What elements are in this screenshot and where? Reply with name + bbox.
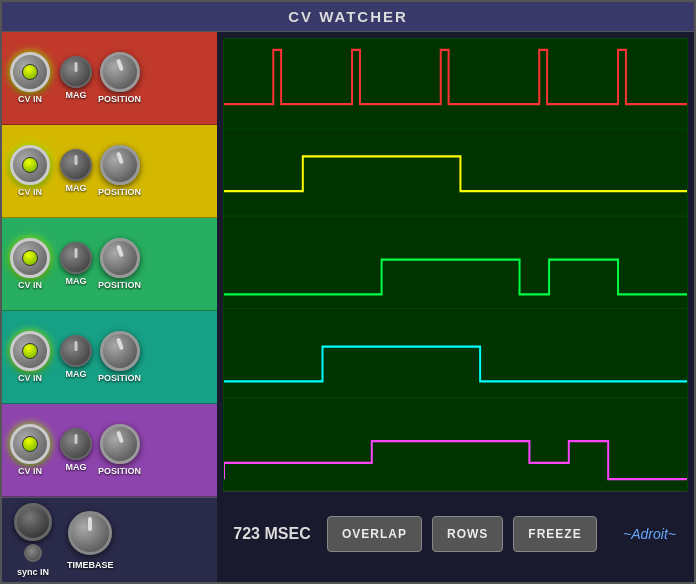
channel-1-led (22, 64, 38, 80)
ch5-waveform (224, 441, 687, 479)
channel-3-pos-knob[interactable] (100, 238, 140, 278)
channel-2-led (22, 157, 38, 173)
channel-3-pos-section: POSITION (98, 238, 141, 290)
channel-1-mag-section: MAG (60, 56, 92, 100)
bottom-controls: 723 MSEC OVERLAP ROWS FREEZE ~Adroit~ (223, 491, 688, 576)
channel-5-cv-label: CV IN (18, 466, 42, 476)
sync-in-jack[interactable] (14, 503, 52, 541)
channel-5-pos-label: POSITION (98, 466, 141, 476)
ch2-waveform (224, 156, 687, 191)
app-container: CV WATCHER CV IN MAG (0, 0, 696, 584)
sync-in-section: sync IN (14, 503, 52, 577)
ch3-waveform (224, 260, 687, 295)
channel-1-controls: CV IN MAG POSITION (10, 52, 209, 104)
channel-2-mag-label: MAG (66, 183, 87, 193)
channel-1-cv-label: CV IN (18, 94, 42, 104)
channel-5-cv-knob[interactable] (10, 424, 50, 464)
channel-5-controls: CV IN MAG POSITION (10, 424, 209, 476)
channel-1-cv-knob[interactable] (10, 52, 50, 92)
channel-4-mag-knob[interactable] (60, 335, 92, 367)
timebase-label: TIMEBASE (67, 560, 114, 570)
channel-4-mag-section: MAG (60, 335, 92, 379)
channel-3: CV IN MAG POSITION (2, 218, 217, 311)
rows-button[interactable]: ROWS (432, 516, 503, 552)
channel-2-mag-knob[interactable] (60, 149, 92, 181)
channel-5-pos-knob[interactable] (100, 424, 140, 464)
channel-3-controls: CV IN MAG POSITION (10, 238, 209, 290)
sync-in-label: sync IN (17, 567, 49, 577)
channel-1-pos-section: POSITION (98, 52, 141, 104)
channel-5-pos-section: POSITION (98, 424, 141, 476)
channel-5: CV IN MAG POSITION (2, 404, 217, 497)
channel-3-mag-label: MAG (66, 276, 87, 286)
channel-3-cv-section: CV IN (10, 238, 50, 290)
overlap-button[interactable]: OVERLAP (327, 516, 422, 552)
channel-4-pos-label: POSITION (98, 373, 141, 383)
timebase-section: TIMEBASE (67, 511, 114, 570)
channel-4-cv-label: CV IN (18, 373, 42, 383)
channel-4-pos-knob[interactable] (100, 331, 140, 371)
left-panel: CV IN MAG POSITION (2, 32, 217, 582)
channel-2-controls: CV IN MAG POSITION (10, 145, 209, 197)
bottom-left-controls: sync IN TIMEBASE (2, 497, 217, 582)
channel-1-pos-label: POSITION (98, 94, 141, 104)
channel-3-cv-knob[interactable] (10, 238, 50, 278)
time-display: 723 MSEC (227, 525, 317, 543)
channel-1: CV IN MAG POSITION (2, 32, 217, 125)
channel-1-mag-label: MAG (66, 90, 87, 100)
channel-3-pos-label: POSITION (98, 280, 141, 290)
channel-4-controls: CV IN MAG POSITION (10, 331, 209, 383)
title-bar: CV WATCHER (2, 2, 694, 32)
app-title: CV WATCHER (288, 8, 408, 25)
adroit-label: ~Adroit~ (623, 526, 676, 542)
channel-3-mag-knob[interactable] (60, 242, 92, 274)
channel-2-pos-label: POSITION (98, 187, 141, 197)
content-area: CV IN MAG POSITION (2, 32, 694, 582)
channel-5-cv-section: CV IN (10, 424, 50, 476)
channel-2-pos-section: POSITION (98, 145, 141, 197)
channel-5-mag-label: MAG (66, 462, 87, 472)
timebase-knob[interactable] (68, 511, 112, 555)
channel-4: CV IN MAG POSITION (2, 311, 217, 404)
channel-4-led (22, 343, 38, 359)
channel-2: CV IN MAG POSITION (2, 125, 217, 218)
freeze-button[interactable]: FREEZE (513, 516, 596, 552)
channel-5-mag-section: MAG (60, 428, 92, 472)
channel-1-cv-section: CV IN (10, 52, 50, 104)
channel-2-cv-label: CV IN (18, 187, 42, 197)
ch1-waveform (224, 50, 687, 104)
right-panel: 723 MSEC OVERLAP ROWS FREEZE ~Adroit~ (217, 32, 694, 582)
scope-display (223, 38, 688, 491)
channel-1-pos-knob[interactable] (100, 52, 140, 92)
channel-2-pos-knob[interactable] (100, 145, 140, 185)
channel-2-cv-knob[interactable] (10, 145, 50, 185)
channel-3-mag-section: MAG (60, 242, 92, 286)
channel-5-mag-knob[interactable] (60, 428, 92, 460)
channel-3-cv-label: CV IN (18, 280, 42, 290)
scope-svg (224, 39, 687, 490)
channel-2-mag-section: MAG (60, 149, 92, 193)
channel-1-mag-knob[interactable] (60, 56, 92, 88)
channel-4-cv-knob[interactable] (10, 331, 50, 371)
channel-4-mag-label: MAG (66, 369, 87, 379)
ch4-waveform (224, 347, 687, 382)
channel-4-pos-section: POSITION (98, 331, 141, 383)
channel-2-cv-section: CV IN (10, 145, 50, 197)
sync-in-led (24, 544, 42, 562)
channel-4-cv-section: CV IN (10, 331, 50, 383)
channel-5-led (22, 436, 38, 452)
channel-3-led (22, 250, 38, 266)
